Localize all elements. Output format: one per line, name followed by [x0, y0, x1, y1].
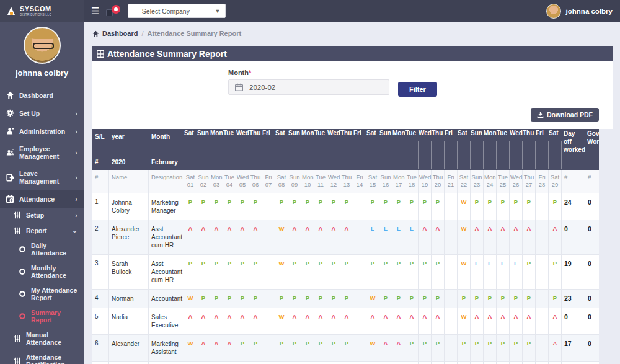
- main-area: ☰ --- Select Company --- ▼ johnna colbry…: [84, 0, 620, 364]
- attendance-code-cell: P: [197, 254, 210, 289]
- employee-row: 7Sarah BullockSenior sales executivePPPP…: [92, 361, 600, 364]
- attendance-code-cell: [536, 193, 549, 220]
- attendance-code-cell: W: [275, 308, 288, 334]
- attendance-code-cell: W: [458, 308, 471, 334]
- attendance-code-cell: P: [340, 334, 353, 361]
- hamburger-icon[interactable]: ☰: [91, 6, 99, 16]
- sidebar-item-setup[interactable]: Setup›: [0, 208, 84, 223]
- gear-icon: [6, 109, 14, 117]
- download-pdf-button[interactable]: Download PDF: [531, 108, 599, 122]
- attendance-code-cell: P: [510, 289, 523, 308]
- attendance-code-cell: P: [471, 193, 484, 220]
- brand-logo[interactable]: SYSCOM DISTRIBUTIONS LLC: [0, 0, 84, 22]
- attendance-code-cell: P: [549, 193, 562, 220]
- col-year: year2020: [109, 130, 149, 170]
- attendance-code-cell: A: [418, 220, 432, 254]
- sidebar-item-label: Leave Management: [19, 170, 70, 185]
- chevron-right-icon: ›: [75, 211, 78, 219]
- subheader-day-17: Mon17: [392, 170, 405, 193]
- company-select[interactable]: --- Select Company --- ▼: [128, 4, 226, 18]
- sidebar-item-employee-management[interactable]: Employee Management›: [0, 140, 84, 165]
- attendance-code-cell: P: [392, 289, 405, 308]
- home-icon: [6, 91, 14, 99]
- sidebar-item-report[interactable]: Report⌄: [0, 223, 84, 238]
- subheader-day-24: Mon24: [484, 170, 497, 193]
- attendance-code-cell: P: [484, 289, 497, 308]
- col-day-29: Sat: [549, 130, 562, 170]
- page-title: Attendance Summary Report: [107, 49, 227, 59]
- attendance-code-cell: A: [301, 220, 314, 254]
- sidebar-item-set-up[interactable]: Set Up›: [0, 104, 84, 122]
- sidebar-item-administration[interactable]: Administration›: [0, 122, 84, 140]
- attendance-code-cell: [262, 308, 275, 334]
- attendance-code-cell: P: [405, 193, 418, 220]
- cell-sl: 4: [92, 289, 109, 308]
- attendance-code-cell: P: [197, 289, 210, 308]
- attendance-code-cell: L: [366, 220, 379, 254]
- attendance-code-cell: A: [523, 308, 536, 334]
- filter-button[interactable]: Filter: [398, 82, 437, 97]
- attendance-code-cell: A: [523, 220, 536, 254]
- subheader-day-18: Tue18: [405, 170, 418, 193]
- breadcrumb: Dashboard / Attendance Summary Report: [84, 22, 620, 43]
- attendance-code-cell: P: [275, 289, 288, 308]
- sidebar-item-manual-attendance[interactable]: Manual Attendance: [0, 327, 84, 350]
- attendance-code-cell: [353, 289, 366, 308]
- content: Dashboard / Attendance Summary Report At…: [84, 22, 620, 364]
- attendance-code-cell: P: [314, 361, 327, 364]
- col-day-08: Sat: [275, 130, 288, 170]
- attendance-code-cell: P: [197, 361, 210, 364]
- attendance-code-cell: P: [249, 289, 262, 308]
- company-badge-icon[interactable]: [107, 5, 120, 17]
- cell-gov-day-worked: 0: [585, 193, 600, 220]
- attendance-code-cell: P: [236, 361, 249, 364]
- col-day-27: Thu: [523, 130, 536, 170]
- sidebar-item-attendance[interactable]: Attendance›: [0, 190, 84, 208]
- cell-day-off-worked: 19: [562, 254, 585, 289]
- attendance-code-cell: P: [210, 289, 223, 308]
- sidebar-item-my-attendance-report[interactable]: My Attendance Report: [0, 283, 84, 305]
- sidebar-item-monthly-attendance[interactable]: Monthly Attendance: [0, 260, 84, 283]
- attendance-code-cell: P: [510, 193, 523, 220]
- sidebar-item-dashboard[interactable]: Dashboard: [0, 86, 84, 104]
- home-icon: [92, 30, 99, 37]
- sidebar-item-attendance-rectification[interactable]: Attendance Rectification: [0, 350, 84, 364]
- attendance-code-cell: A: [471, 308, 484, 334]
- attendance-code-cell: A: [549, 220, 562, 254]
- subheader-day-13: Thu13: [340, 170, 353, 193]
- sidebar-item-leave-management[interactable]: Leave Management›: [0, 165, 84, 190]
- attendance-code-cell: P: [458, 289, 471, 308]
- attendance-code-cell: P: [379, 289, 392, 308]
- attendance-code-cell: A: [223, 220, 236, 254]
- attendance-code-cell: A: [223, 308, 236, 334]
- attendance-code-cell: A: [210, 220, 223, 254]
- sidebar-profile: johnna colbry: [0, 22, 84, 84]
- attendance-code-cell: P: [327, 193, 340, 220]
- attendance-code-cell: [262, 334, 275, 361]
- subheader-day-26: Wed26: [510, 170, 523, 193]
- attendance-code-cell: A: [379, 334, 392, 361]
- cell-designation: Marketing Manager: [149, 193, 184, 220]
- sidebar-item-label: Summary Report: [31, 309, 78, 324]
- attendance-code-cell: [445, 334, 458, 361]
- cell-day-off-worked: 17: [562, 334, 585, 361]
- sliders-icon: [14, 211, 21, 219]
- sidebar-item-summary-report[interactable]: Summary Report: [0, 305, 84, 327]
- col-day-20: Thu: [432, 130, 445, 170]
- topbar-user-name[interactable]: johnna colbry: [566, 7, 613, 15]
- attendance-code-cell: P: [471, 334, 484, 361]
- attendance-code-cell: P: [405, 334, 418, 361]
- attendance-code-cell: A: [484, 308, 497, 334]
- attendance-code-cell: P: [314, 254, 327, 289]
- attendance-code-cell: [353, 361, 366, 364]
- month-input[interactable]: 2020-02: [228, 79, 389, 95]
- topbar-avatar[interactable]: [546, 4, 561, 19]
- col-day-11: Tue: [314, 130, 327, 170]
- calendar-icon: [235, 83, 243, 91]
- col-day-01: Sat: [184, 130, 197, 170]
- attendance-code-cell: P: [523, 193, 536, 220]
- subheader-day-25: Tue25: [497, 170, 510, 193]
- breadcrumb-dashboard[interactable]: Dashboard: [92, 30, 138, 37]
- sidebar-item-daily-attendance[interactable]: Daily Attendance: [0, 238, 84, 260]
- attendance-code-cell: P: [392, 193, 405, 220]
